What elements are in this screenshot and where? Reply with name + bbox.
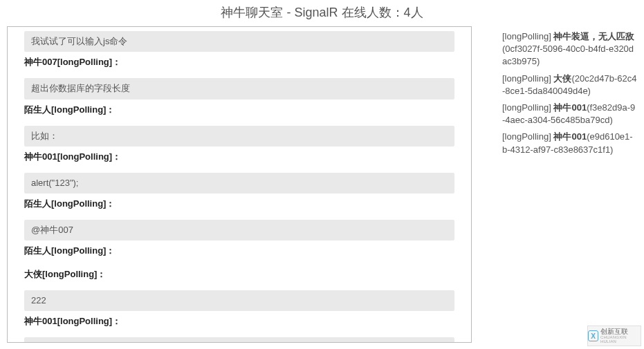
user-transport: [longPolling]	[502, 73, 551, 84]
message-block: 怎么草除陌生人[longPolling]：	[8, 26, 471, 27]
message-bubble: 我试试了可以输入js命令	[24, 31, 454, 52]
logo-mark-icon: X	[588, 330, 598, 341]
message-block: @longPolling大侠[longPolling]：	[8, 337, 471, 343]
message-block: @神牛007陌生人[longPolling]：	[8, 220, 471, 263]
message-sender: 神牛007[longPolling]：	[8, 53, 471, 73]
user-transport: [longPolling]	[502, 31, 551, 41]
page-title: 神牛聊天室 - SignalR 在线人数：4人	[0, 0, 644, 26]
message-block: 我试试了可以输入js命令神牛007[longPolling]：	[8, 31, 471, 74]
message-bubble: @神牛007	[24, 220, 454, 240]
chat-message-panel[interactable]: 怎么草除陌生人[longPolling]：我试试了可以输入js命令神牛007[l…	[7, 26, 472, 343]
user-transport: [longPolling]	[502, 102, 551, 113]
message-block: alert("123");陌生人[longPolling]：	[8, 173, 471, 216]
message-bubble: @longPolling	[24, 337, 454, 343]
message-block: 比如：神牛001[longPolling]：	[8, 126, 471, 169]
online-user-item: [longPolling] 大侠(20c2d47b-62c4-8ce1-5da8…	[502, 73, 637, 97]
message-sender: 陌生人[longPolling]：	[8, 195, 471, 214]
online-user-item: [longPolling] 神牛001(e9d610e1-b-4312-af97…	[502, 131, 637, 155]
user-name: 神牛001	[553, 131, 587, 142]
online-user-item: [longPolling] 神牛001(f3e82d9a-9-4aec-a304…	[502, 102, 637, 126]
message-block: 大侠[longPolling]：	[8, 263, 471, 286]
message-sender: 陌生人[longPolling]：	[8, 242, 471, 261]
logo-cn: 创新互联	[600, 328, 641, 335]
chat-message-list: 怎么草除陌生人[longPolling]：我试试了可以输入js命令神牛007[l…	[8, 26, 471, 343]
message-sender: 陌生人[longPolling]：	[8, 101, 471, 120]
user-transport: [longPolling]	[502, 131, 551, 142]
message-bubble: 比如：	[24, 126, 454, 147]
user-name: 大侠	[553, 73, 571, 84]
message-block: 超出你数据库的字段长度陌生人[longPolling]：	[8, 78, 471, 121]
message-sender: 神牛001[longPolling]：	[8, 312, 471, 332]
logo-text: 创新互联 CHUANGXIN HULIAN	[600, 328, 641, 343]
user-id: (0cf3027f-5096-40c0-b4fd-e320dac3b975)	[502, 44, 634, 66]
user-name: 神牛装逼，无人匹敌	[553, 31, 634, 41]
message-bubble: 222	[24, 290, 454, 311]
message-bubble: 超出你数据库的字段长度	[24, 78, 454, 99]
message-block: 222神牛001[longPolling]：	[8, 290, 471, 333]
online-users-panel: [longPolling] 神牛装逼，无人匹敌(0cf3027f-5096-40…	[502, 26, 637, 343]
message-bubble: alert("123");	[24, 173, 454, 194]
message-sender: 神牛001[longPolling]：	[8, 148, 471, 167]
main-layout: 怎么草除陌生人[longPolling]：我试试了可以输入js命令神牛007[l…	[0, 26, 644, 343]
logo-en: CHUANGXIN HULIAN	[600, 335, 641, 343]
user-name: 神牛001	[553, 102, 587, 113]
online-user-item: [longPolling] 神牛装逼，无人匹敌(0cf3027f-5096-40…	[502, 30, 637, 68]
brand-logo: X 创新互联 CHUANGXIN HULIAN	[587, 326, 641, 346]
message-sender: 大侠[longPolling]：	[8, 265, 471, 285]
